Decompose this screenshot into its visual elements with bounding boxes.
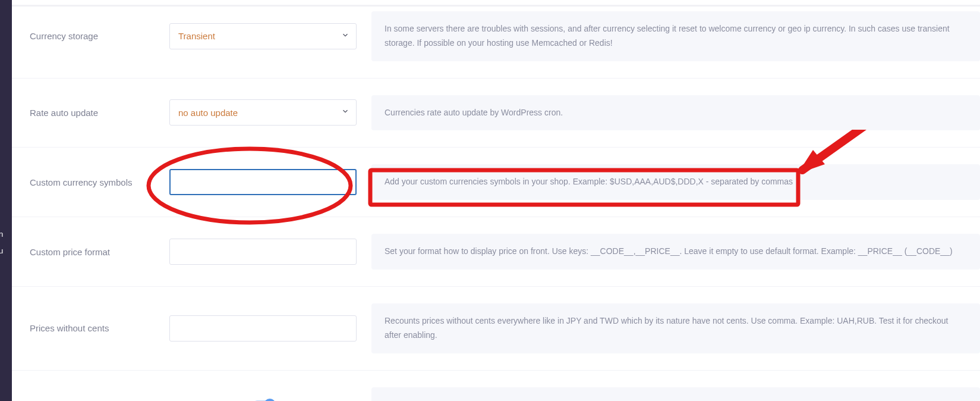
select-currency-storage[interactable]: Transient [169, 23, 357, 49]
select-currency-storage-control[interactable]: Transient [169, 23, 357, 49]
desc-rate-auto-update: Currencies rate auto update by WordPress… [371, 95, 980, 131]
settings-panel: Currency storage Transient In some serve… [12, 0, 980, 401]
toggle-knob [264, 399, 276, 401]
label-custom-price-format: Custom price format [30, 246, 169, 258]
row-custom-currency-symbols: Custom currency symbols Add your custom … [12, 148, 980, 217]
row-custom-price-format: Custom price format Set your format how … [12, 217, 980, 287]
desc-currency-storage: In some servers there are troubles with … [371, 11, 980, 61]
admin-sidebar: n u [0, 0, 12, 401]
row-show-flags-by-default: Show flags by default Show / Hide flags … [12, 371, 980, 401]
sidebar-menu-hint: n u [0, 226, 3, 259]
label-prices-without-cents: Prices without cents [30, 322, 169, 334]
input-custom-price-format[interactable] [169, 239, 357, 265]
desc-prices-without-cents: Recounts prices without cents everywhere… [371, 303, 980, 353]
desc-custom-currency-symbols: Add your custom currencies symbols in yo… [371, 164, 980, 200]
label-rate-auto-update: Rate auto update [30, 106, 169, 119]
input-custom-currency-symbols[interactable] [169, 169, 357, 195]
label-show-flags-by-default: Show flags by default [30, 399, 169, 401]
input-prices-without-cents[interactable] [169, 315, 357, 342]
desc-show-flags-by-default: Show / Hide flags on the front drop-down [371, 387, 980, 401]
desc-custom-price-format: Set your format how to display price on … [371, 234, 980, 270]
row-currency-storage: Currency storage Transient In some serve… [12, 5, 980, 79]
select-rate-auto-update-control[interactable]: no auto update [169, 99, 357, 126]
label-custom-currency-symbols: Custom currency symbols [30, 176, 169, 189]
row-prices-without-cents: Prices without cents Recounts prices wit… [12, 287, 980, 371]
row-rate-auto-update: Rate auto update no auto update Currenci… [12, 79, 980, 148]
select-rate-auto-update[interactable]: no auto update [169, 99, 357, 126]
label-currency-storage: Currency storage [30, 30, 169, 42]
